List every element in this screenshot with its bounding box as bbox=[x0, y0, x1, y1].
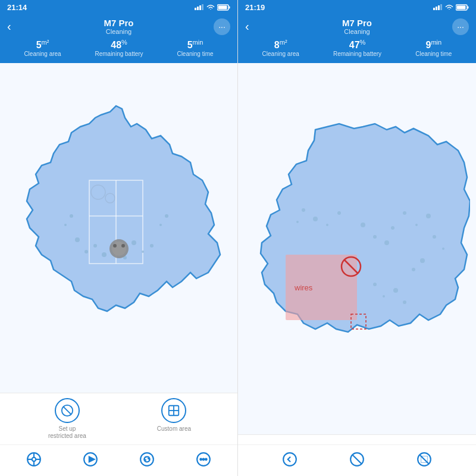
svg-point-56 bbox=[373, 235, 377, 239]
wifi-icon-right bbox=[445, 4, 453, 10]
header-right: ‹ M7 Pro Cleaning ··· 8m² Cleaning area … bbox=[238, 14, 476, 63]
stats-row-right: 8m² Cleaning area 47% Remaining battery … bbox=[245, 39, 469, 57]
map-svg-right: wires bbox=[244, 118, 470, 380]
device-status-left: Cleaning bbox=[104, 28, 133, 35]
svg-point-66 bbox=[337, 211, 341, 215]
svg-point-43 bbox=[205, 459, 207, 461]
zone-button[interactable] bbox=[412, 447, 436, 471]
svg-point-41 bbox=[200, 459, 202, 461]
svg-rect-46 bbox=[438, 5, 440, 10]
svg-rect-50 bbox=[468, 6, 469, 8]
svg-point-32 bbox=[32, 458, 36, 462]
more-button[interactable] bbox=[192, 447, 215, 471]
right-screen: 21:19 bbox=[238, 0, 476, 476]
svg-point-61 bbox=[426, 214, 431, 218]
svg-rect-49 bbox=[457, 5, 466, 9]
svg-point-16 bbox=[70, 214, 73, 218]
svg-point-13 bbox=[131, 240, 136, 245]
time-right: 21:19 bbox=[245, 3, 265, 12]
svg-point-19 bbox=[159, 224, 162, 226]
svg-point-57 bbox=[391, 226, 394, 230]
battery-stat-right: 47% Remaining battery bbox=[333, 39, 381, 57]
svg-point-58 bbox=[384, 240, 389, 245]
svg-point-73 bbox=[393, 288, 398, 293]
svg-point-62 bbox=[433, 235, 436, 239]
menu-button-right[interactable]: ··· bbox=[452, 18, 469, 35]
svg-point-9 bbox=[93, 244, 97, 248]
restricted-area-button[interactable]: Set up restricted area bbox=[46, 398, 88, 440]
svg-rect-44 bbox=[433, 8, 435, 10]
svg-rect-45 bbox=[436, 7, 437, 10]
svg-point-25 bbox=[121, 244, 125, 248]
svg-rect-6 bbox=[229, 6, 230, 8]
svg-point-74 bbox=[403, 300, 406, 304]
svg-point-8 bbox=[84, 250, 88, 253]
battery-icon-right bbox=[456, 4, 469, 11]
svg-point-67 bbox=[326, 224, 328, 226]
svg-point-75 bbox=[283, 453, 296, 466]
back-button-right[interactable]: ‹ bbox=[245, 20, 262, 33]
device-name-left: M7 Pro bbox=[104, 18, 133, 28]
stats-row-left: 5m² Cleaning area 48% Remaining battery … bbox=[7, 39, 230, 57]
custom-area-label: Custom area bbox=[157, 425, 191, 433]
status-bar-right: 21:19 bbox=[238, 0, 476, 14]
cleaning-area-stat-left: 5m² Cleaning area bbox=[24, 39, 61, 57]
svg-point-65 bbox=[412, 268, 415, 271]
time-left: 21:14 bbox=[7, 3, 27, 12]
svg-point-71 bbox=[373, 283, 377, 286]
status-icons-right bbox=[433, 4, 469, 11]
svg-point-60 bbox=[415, 224, 418, 226]
map-area-right: wires bbox=[238, 63, 476, 434]
svg-rect-47 bbox=[440, 4, 442, 10]
cleaning-time-stat-right: 9min Cleaning time bbox=[415, 39, 452, 57]
battery-stat-left: 48% Remaining battery bbox=[95, 39, 143, 57]
cleaning-time-stat-left: 5min Cleaning time bbox=[177, 39, 213, 57]
map-svg-left bbox=[6, 97, 232, 359]
back-nav-button[interactable] bbox=[278, 447, 302, 471]
back-button-left[interactable]: ‹ bbox=[7, 20, 24, 33]
svg-point-17 bbox=[64, 224, 67, 226]
svg-rect-0 bbox=[195, 8, 196, 10]
custom-area-icon bbox=[161, 398, 186, 423]
menu-button-left[interactable]: ··· bbox=[214, 18, 230, 35]
device-name-right: M7 Pro bbox=[342, 18, 372, 28]
toolbar-bottom-left bbox=[0, 444, 237, 474]
svg-point-18 bbox=[165, 214, 168, 218]
svg-point-14 bbox=[142, 250, 144, 253]
svg-point-69 bbox=[302, 208, 305, 212]
svg-point-15 bbox=[150, 244, 154, 248]
signal-icon-right bbox=[433, 4, 443, 10]
svg-line-27 bbox=[64, 407, 71, 415]
device-status-right: Cleaning bbox=[342, 28, 372, 35]
svg-point-42 bbox=[202, 459, 204, 461]
wifi-icon bbox=[206, 4, 215, 10]
battery-icon bbox=[217, 4, 230, 11]
left-screen: 21:14 bbox=[0, 0, 238, 476]
svg-point-24 bbox=[113, 244, 117, 248]
svg-rect-1 bbox=[197, 7, 199, 10]
svg-point-63 bbox=[442, 248, 444, 250]
toolbar-top-left: Set up restricted area Custom area bbox=[0, 398, 237, 444]
toolbar-bottom-right bbox=[238, 444, 476, 474]
cleaning-area-stat-right: 8m² Cleaning area bbox=[262, 39, 299, 57]
svg-point-72 bbox=[383, 295, 385, 298]
svg-point-64 bbox=[420, 258, 425, 263]
svg-text:wires: wires bbox=[294, 283, 313, 292]
svg-point-59 bbox=[403, 211, 406, 215]
svg-point-55 bbox=[361, 223, 365, 227]
svg-rect-2 bbox=[199, 5, 201, 10]
home-button[interactable] bbox=[22, 447, 46, 471]
custom-area-button[interactable]: Custom area bbox=[157, 398, 191, 440]
bottom-toolbar-left: Set up restricted area Custom area bbox=[0, 393, 237, 476]
restricted-area-icon bbox=[55, 398, 80, 423]
svg-rect-5 bbox=[218, 5, 227, 9]
restrict-button[interactable] bbox=[345, 447, 369, 471]
svg-point-39 bbox=[140, 453, 154, 466]
status-icons-left bbox=[195, 4, 230, 11]
refresh-button[interactable] bbox=[135, 447, 159, 471]
svg-marker-38 bbox=[89, 457, 95, 462]
svg-point-23 bbox=[112, 242, 126, 256]
svg-point-7 bbox=[75, 237, 80, 242]
svg-point-68 bbox=[313, 217, 318, 221]
play-button[interactable] bbox=[79, 447, 102, 471]
